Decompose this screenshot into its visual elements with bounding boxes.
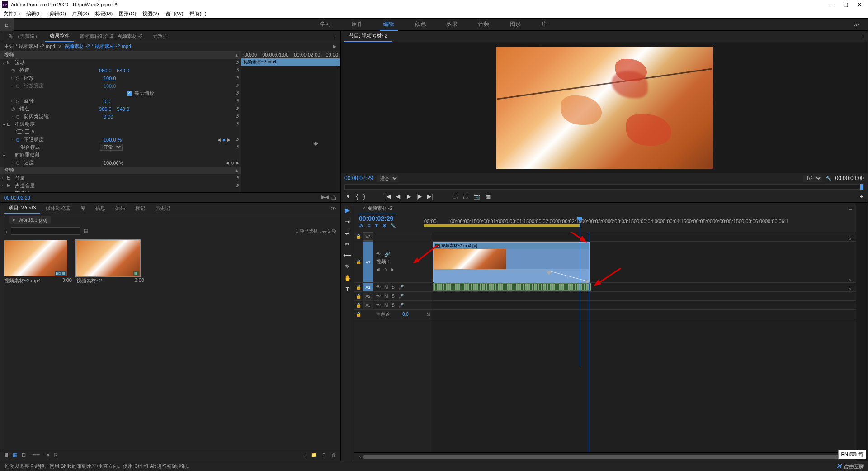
ec-rotation-value[interactable]: 0.0 xyxy=(104,99,110,104)
timeline-playhead[interactable] xyxy=(580,217,580,366)
go-to-in-icon[interactable]: |◀ xyxy=(385,193,391,200)
workspace-learn[interactable]: 学习 xyxy=(316,19,335,31)
lock-icon[interactable]: 🔒 xyxy=(354,303,363,308)
menu-edit[interactable]: 编辑(E) xyxy=(26,10,43,17)
tab-media-browser[interactable]: 媒体浏览器 xyxy=(41,203,75,214)
ec-ch-volume[interactable]: 声道音量 xyxy=(13,182,94,189)
kf-prev-icon[interactable]: ◀ xyxy=(376,267,380,272)
maximize-button[interactable]: ▢ xyxy=(843,1,848,8)
ec-timeremap[interactable]: 时间重映射 xyxy=(13,152,94,158)
new-item-icon[interactable]: 🗋 xyxy=(322,452,327,458)
stopwatch-icon[interactable]: ◷ xyxy=(16,114,22,119)
twirl-icon[interactable]: › xyxy=(11,76,16,80)
menu-clip[interactable]: 剪辑(C) xyxy=(49,10,66,17)
tab-effects[interactable]: 效果 xyxy=(111,203,130,214)
selection-tool-icon[interactable]: ▶ xyxy=(345,207,350,214)
menu-marker[interactable]: 标记(M) xyxy=(95,10,113,17)
twirl-icon[interactable]: ⌄ xyxy=(2,153,7,157)
sync-lock-icon[interactable]: 🔗 xyxy=(384,252,390,257)
track-target-a2[interactable]: A2 xyxy=(363,292,373,300)
mask-pen-icon[interactable]: ✎ xyxy=(31,129,35,134)
kf-add-icon[interactable]: ◇ xyxy=(231,161,234,165)
reset-icon[interactable]: ↺ xyxy=(235,121,239,127)
step-back-icon[interactable]: ◀| xyxy=(396,193,401,200)
track-target-a1[interactable]: A1 xyxy=(363,283,373,291)
work-area-bar[interactable] xyxy=(424,224,580,227)
extract-icon[interactable]: ⬚ xyxy=(463,193,468,200)
keyframe-marker[interactable] xyxy=(314,142,318,146)
lock-icon[interactable]: 🔒 xyxy=(354,312,363,317)
timeline-zoom-scrollbar[interactable] xyxy=(363,455,848,459)
stopwatch-active-icon[interactable]: ◷ xyxy=(16,137,22,142)
tab-library[interactable]: 库 xyxy=(76,203,90,214)
new-bin-icon[interactable]: 📁 xyxy=(311,452,317,458)
ec-play-icon[interactable]: ▶ xyxy=(333,43,336,49)
track-target-v2[interactable]: V2 xyxy=(363,232,373,241)
reset-icon[interactable]: ↺ xyxy=(235,90,239,96)
minimize-button[interactable]: — xyxy=(829,1,834,8)
reset-icon[interactable]: ↺ xyxy=(235,67,239,73)
stopwatch-icon[interactable]: ◷ xyxy=(16,76,22,81)
kf-add-icon[interactable]: ◇ xyxy=(383,267,387,272)
track-target-v1[interactable]: V1 xyxy=(363,241,373,282)
program-canvas[interactable] xyxy=(341,42,868,173)
ec-loop-icon[interactable]: ▶◀ xyxy=(321,194,329,201)
ec-anchor-x[interactable]: 960.0 xyxy=(99,106,112,112)
ec-motion[interactable]: 运动 xyxy=(13,59,94,66)
project-item[interactable]: HD ▦ 视频素材~2.mp43:00 xyxy=(4,240,72,285)
reset-icon[interactable]: ↺ xyxy=(235,183,239,189)
audio-clip[interactable] xyxy=(433,283,591,291)
tab-info[interactable]: 信息 xyxy=(91,203,110,214)
wrench-icon[interactable]: 🔧 xyxy=(390,223,396,228)
menu-sequence[interactable]: 序列(S) xyxy=(72,10,89,17)
panel-menu-icon[interactable]: ≡ xyxy=(861,34,864,39)
panel-menu-icon[interactable]: ≫ xyxy=(331,205,336,211)
menu-window[interactable]: 窗口(W) xyxy=(165,10,184,17)
reset-icon[interactable]: ↺ xyxy=(235,60,239,66)
ec-opacity-section[interactable]: 不透明度 xyxy=(13,121,94,128)
lock-icon[interactable]: 🔒 xyxy=(354,294,363,299)
playhead-line[interactable] xyxy=(589,232,589,452)
lock-icon[interactable]: 🔒 xyxy=(354,234,363,239)
find-icon[interactable]: ⌕ xyxy=(303,452,307,458)
program-scrubber[interactable] xyxy=(344,184,864,190)
workspace-graphics[interactable]: 图形 xyxy=(506,19,524,31)
workspace-editing[interactable]: 编辑 xyxy=(380,19,398,31)
master-volume[interactable]: 0.0 xyxy=(402,312,409,317)
reset-icon[interactable]: ↺ xyxy=(235,114,239,119)
settings-icon[interactable]: 🔧 xyxy=(826,176,832,181)
tab-markers[interactable]: 标记 xyxy=(131,203,150,214)
tab-program[interactable]: 节目: 视频素材~2 xyxy=(344,31,392,42)
menu-file[interactable]: 文件(F) xyxy=(4,10,20,17)
freeform-view-icon[interactable]: ⊞ xyxy=(22,452,26,458)
kf-next-icon[interactable]: ▶ xyxy=(391,267,394,272)
in-point-icon[interactable]: { xyxy=(356,193,358,200)
stopwatch-icon[interactable]: ◷ xyxy=(11,68,18,73)
add-button-icon[interactable]: + xyxy=(860,194,863,199)
tab-audio-mixer[interactable]: 音频剪辑混合器: 视频素材~2 xyxy=(75,31,147,42)
video-clip[interactable]: 视频素材~2.mp4 [V] xyxy=(433,242,590,282)
workspace-overflow[interactable]: ≫ xyxy=(854,22,859,28)
stopwatch-icon[interactable]: ◷ xyxy=(16,83,22,88)
comparison-icon[interactable]: ▦ xyxy=(486,193,491,200)
filter-icon[interactable]: ▤ xyxy=(84,228,88,234)
project-search-input[interactable] xyxy=(11,227,80,235)
ec-position-x[interactable]: 960.0 xyxy=(99,68,112,73)
type-tool-icon[interactable]: T xyxy=(346,286,349,293)
automate-icon[interactable]: ⎘ xyxy=(54,452,57,458)
reset-icon[interactable]: ↺ xyxy=(235,106,239,112)
snap-icon[interactable]: ⁂ xyxy=(359,223,363,228)
ec-opacity-value[interactable]: 100.0 % xyxy=(104,137,122,143)
sort-icon[interactable]: ≡▾ xyxy=(44,452,50,458)
step-forward-icon[interactable]: |▶ xyxy=(416,193,422,200)
tab-project[interactable]: 项目: Word3 xyxy=(4,203,40,214)
ec-timeline-ruler[interactable]: ;00:0000:00:01:0000:00:02:0000:00 xyxy=(241,51,340,58)
ec-playhead[interactable] xyxy=(339,51,339,192)
play-icon[interactable]: ▶ xyxy=(407,193,411,200)
ime-indicator[interactable]: EN ⌨ 简 xyxy=(838,450,866,459)
ec-position-y[interactable]: 540.0 xyxy=(117,68,130,73)
reset-icon[interactable]: ↺ xyxy=(235,98,239,104)
search-icon[interactable]: ⌕ xyxy=(4,228,7,234)
close-button[interactable]: ✕ xyxy=(857,1,862,8)
panel-menu-icon[interactable]: ≡ xyxy=(849,206,852,211)
